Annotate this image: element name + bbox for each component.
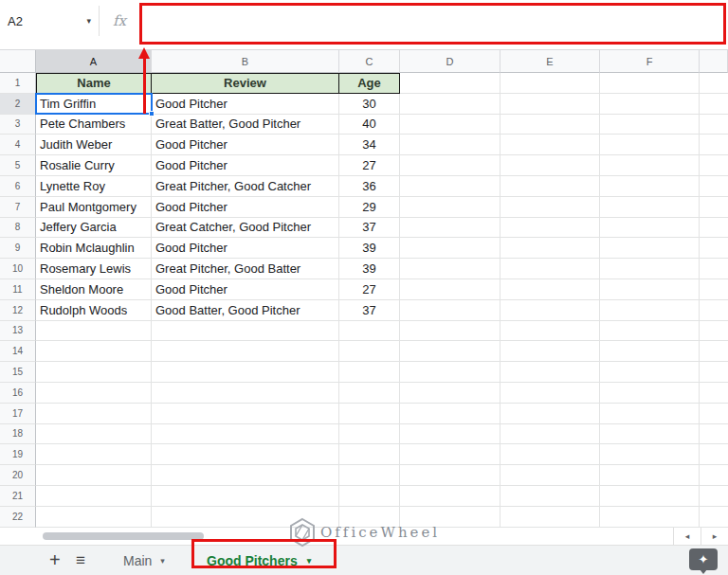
cell-E7[interactable] — [500, 197, 600, 218]
cell-A10[interactable]: Rosemary Lewis — [36, 259, 152, 279]
column-header-E[interactable]: E — [500, 50, 600, 73]
cell-A22[interactable] — [36, 507, 152, 528]
row-header-15[interactable]: 15 — [0, 362, 36, 383]
cell-F6[interactable] — [600, 176, 700, 197]
cell-B3[interactable]: Great Batter, Good Pitcher — [152, 115, 339, 135]
cell-F5[interactable] — [600, 155, 700, 176]
cell-D7[interactable] — [400, 197, 500, 218]
cell-C4[interactable]: 34 — [339, 135, 400, 155]
cell-E4[interactable] — [500, 135, 600, 155]
cell-E14[interactable] — [500, 341, 600, 362]
cell-partial-22[interactable] — [700, 507, 728, 528]
column-header-A[interactable]: A — [36, 50, 152, 73]
column-header-B[interactable]: B — [152, 50, 339, 73]
cell-F19[interactable] — [600, 444, 700, 465]
cell-E10[interactable] — [500, 259, 600, 279]
add-sheet-button[interactable]: + — [49, 546, 61, 575]
cell-F8[interactable] — [600, 218, 700, 239]
cell-C14[interactable] — [339, 341, 400, 362]
cell-partial-2[interactable] — [700, 94, 728, 115]
cell-A13[interactable] — [36, 321, 152, 342]
cell-C10[interactable]: 39 — [339, 259, 400, 279]
explore-button[interactable]: ✦ — [689, 548, 718, 570]
cell-D13[interactable] — [400, 321, 500, 342]
cell-E12[interactable] — [500, 300, 600, 321]
row-header-17[interactable]: 17 — [0, 404, 36, 424]
cell-E5[interactable] — [500, 155, 600, 176]
cell-D2[interactable] — [400, 94, 500, 115]
cell-B1[interactable]: Review — [152, 73, 339, 94]
cell-partial-7[interactable] — [700, 197, 728, 218]
cell-partial-13[interactable] — [700, 321, 728, 342]
cell-A2[interactable]: Tim Griffin — [36, 94, 152, 115]
cell-partial-16[interactable] — [700, 383, 728, 404]
scrollbar-thumb[interactable] — [43, 532, 204, 540]
cell-B22[interactable] — [152, 507, 339, 528]
cell-partial-14[interactable] — [700, 341, 728, 362]
cell-partial-15[interactable] — [700, 362, 728, 383]
cell-C8[interactable]: 37 — [339, 218, 400, 239]
cell-F20[interactable] — [600, 465, 700, 486]
cell-A3[interactable]: Pete Chambers — [36, 115, 152, 135]
cell-A11[interactable]: Sheldon Moore — [36, 279, 152, 300]
sheet-tab-good-pitchers[interactable]: Good Pitchers ▾ — [207, 546, 311, 575]
cell-A8[interactable]: Jeffery Garcia — [36, 218, 152, 239]
cell-D5[interactable] — [400, 155, 500, 176]
row-header-6[interactable]: 6 — [0, 176, 36, 197]
cell-C6[interactable]: 36 — [339, 176, 400, 197]
cell-E18[interactable] — [500, 424, 600, 445]
cell-D21[interactable] — [400, 486, 500, 507]
name-box-dropdown-icon[interactable]: ▾ — [86, 16, 91, 26]
row-header-1[interactable]: 1 — [0, 73, 36, 94]
cell-B4[interactable]: Good Pitcher — [152, 135, 339, 155]
row-header-5[interactable]: 5 — [0, 155, 36, 176]
cell-partial-9[interactable] — [700, 238, 728, 259]
row-header-16[interactable]: 16 — [0, 383, 36, 404]
cell-F13[interactable] — [600, 321, 700, 342]
cell-D10[interactable] — [400, 259, 500, 279]
chevron-down-icon[interactable]: ▾ — [307, 556, 312, 566]
sheet-tab-main[interactable]: Main ▾ — [123, 546, 165, 575]
cell-F4[interactable] — [600, 135, 700, 155]
cell-A12[interactable]: Rudolph Woods — [36, 300, 152, 321]
cell-B21[interactable] — [152, 486, 339, 507]
cell-C5[interactable]: 27 — [339, 155, 400, 176]
cell-partial-12[interactable] — [700, 300, 728, 321]
cell-E22[interactable] — [500, 507, 600, 528]
row-header-13[interactable]: 13 — [0, 321, 36, 342]
row-header-20[interactable]: 20 — [0, 465, 36, 486]
cell-D15[interactable] — [400, 362, 500, 383]
cell-D17[interactable] — [400, 404, 500, 424]
scroll-right-icon[interactable]: ▸ — [701, 528, 728, 545]
cell-B8[interactable]: Great Catcher, Good Pitcher — [152, 218, 339, 239]
cell-partial-10[interactable] — [700, 259, 728, 279]
cell-F3[interactable] — [600, 115, 700, 135]
all-sheets-menu-icon[interactable]: ≡ — [76, 546, 85, 575]
column-header-C[interactable]: C — [339, 50, 400, 73]
cell-C15[interactable] — [339, 362, 400, 383]
cell-B2[interactable]: Good Pitcher — [152, 94, 339, 115]
cell-F7[interactable] — [600, 197, 700, 218]
cell-F14[interactable] — [600, 341, 700, 362]
cell-B5[interactable]: Good Pitcher — [152, 155, 339, 176]
cell-C9[interactable]: 39 — [339, 238, 400, 259]
cell-partial-21[interactable] — [700, 486, 728, 507]
cell-E8[interactable] — [500, 218, 600, 239]
cell-C7[interactable]: 29 — [339, 197, 400, 218]
column-header-D[interactable]: D — [400, 50, 500, 73]
cell-partial-4[interactable] — [700, 135, 728, 155]
cell-A9[interactable]: Robin Mclaughlin — [36, 238, 152, 259]
cell-A5[interactable]: Rosalie Curry — [36, 155, 152, 176]
cell-D16[interactable] — [400, 383, 500, 404]
row-header-14[interactable]: 14 — [0, 341, 36, 362]
cell-partial-1[interactable] — [700, 73, 728, 94]
cell-D9[interactable] — [400, 238, 500, 259]
cell-C20[interactable] — [339, 465, 400, 486]
cell-D12[interactable] — [400, 300, 500, 321]
row-header-21[interactable]: 21 — [0, 486, 36, 507]
cell-E20[interactable] — [500, 465, 600, 486]
cell-B14[interactable] — [152, 341, 339, 362]
cell-B16[interactable] — [152, 383, 339, 404]
cell-F17[interactable] — [600, 404, 700, 424]
cell-C13[interactable] — [339, 321, 400, 342]
